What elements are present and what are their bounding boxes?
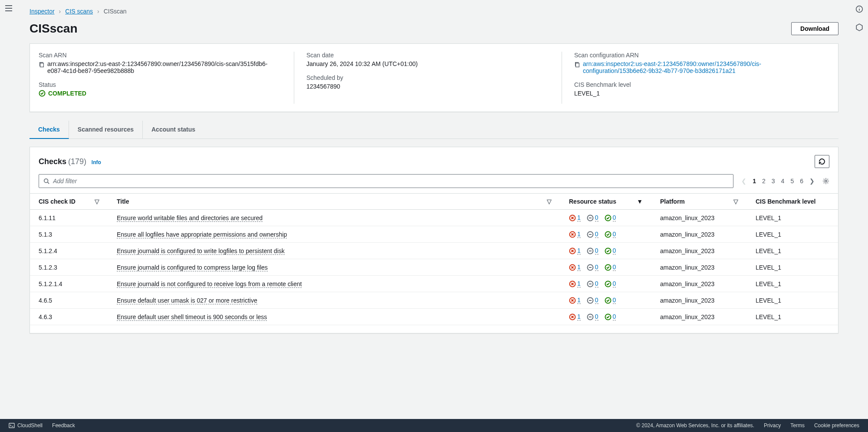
tab-scanned-resources[interactable]: Scanned resources [69,121,143,139]
cell-resource-status: 100 [560,243,651,259]
tab-checks[interactable]: Checks [30,121,69,139]
cell-id: 5.1.2.3 [30,259,108,276]
page-1[interactable]: 1 [753,178,756,185]
check-title-link[interactable]: Ensure journald is not configured to rec… [117,280,302,288]
cell-resource-status: 100 [560,276,651,292]
sort-active-icon[interactable]: ▼ [637,198,643,205]
na-count[interactable]: 0 [587,297,598,304]
download-button[interactable]: Download [791,22,838,35]
left-rail [0,0,17,432]
pass-count[interactable]: 0 [605,280,616,287]
cell-id: 5.1.2.1.4 [30,276,108,292]
cell-title: Ensure world writable files and director… [108,210,560,226]
breadcrumb-current: CISscan [104,8,127,15]
page-2[interactable]: 2 [762,178,766,185]
cloudshell-button[interactable]: CloudShell [9,422,43,429]
sort-icon[interactable]: ▽ [547,198,552,205]
sort-icon[interactable]: ▽ [95,198,99,205]
fail-count[interactable]: 1 [569,297,581,304]
fail-count[interactable]: 1 [569,247,581,254]
gear-icon [822,178,829,185]
scheduled-by-label: Scheduled by [306,74,549,81]
breadcrumb-inspector[interactable]: Inspector [30,8,55,15]
col-resource-status[interactable]: Resource status▼ [560,194,651,210]
filter-input[interactable] [53,178,729,185]
scheduled-by-value: 1234567890 [306,83,549,90]
fail-count[interactable]: 1 [569,231,581,238]
tab-account-status[interactable]: Account status [143,121,204,139]
main-content: Inspector › CIS scans › CISscan CISscan … [17,0,851,432]
check-title-link[interactable]: Ensure journald is configured to compres… [117,264,268,271]
pass-count[interactable]: 0 [605,231,616,238]
summary-card: Scan ARN arn:aws:inspector2:us-east-2:12… [30,43,838,112]
page-prev[interactable]: ❮ [741,178,746,185]
cell-title: Ensure journald is configured to write l… [108,243,560,259]
pass-count[interactable]: 0 [605,247,616,254]
cell-resource-status: 100 [560,226,651,243]
table-row: 4.6.5Ensure default user umask is 027 or… [30,292,838,309]
cell-resource-status: 100 [560,259,651,276]
pagination: ❮ 1 2 3 4 5 6 ❯ [741,178,815,185]
na-count[interactable]: 0 [587,214,598,221]
page-4[interactable]: 4 [781,178,785,185]
copy-icon[interactable] [574,62,580,68]
check-title-link[interactable]: Ensure world writable files and director… [117,214,263,222]
config-arn-link[interactable]: arn:aws:inspector2:us-east-2:1234567890:… [583,60,817,74]
na-count[interactable]: 0 [587,247,598,254]
chevron-right-icon: › [97,8,99,15]
na-count[interactable]: 0 [587,264,598,271]
page-5[interactable]: 5 [790,178,794,185]
privacy-link[interactable]: Privacy [764,422,781,429]
cell-resource-status: 100 [560,309,651,325]
cell-id: 5.1.2.4 [30,243,108,259]
check-title-link[interactable]: Ensure journald is configured to write l… [117,247,285,255]
check-title-link[interactable]: Ensure default user umask is 027 or more… [117,297,257,304]
sort-icon[interactable]: ▽ [733,198,738,205]
na-count[interactable]: 0 [587,280,598,287]
info-link[interactable]: Info [92,159,101,165]
status-label: Status [39,81,282,88]
col-id[interactable]: CIS check ID▽ [30,194,108,210]
cell-benchmark: LEVEL_1 [747,292,838,309]
filter-input-container[interactable] [39,174,733,188]
feedback-link[interactable]: Feedback [52,422,75,429]
cell-id: 6.1.11 [30,210,108,226]
pass-count[interactable]: 0 [605,313,616,320]
refresh-button[interactable] [815,155,829,168]
page-3[interactable]: 3 [772,178,775,185]
cell-id: 5.1.3 [30,226,108,243]
terms-link[interactable]: Terms [790,422,805,429]
cookies-link[interactable]: Cookie preferences [814,422,859,429]
fail-count[interactable]: 1 [569,280,581,287]
col-benchmark[interactable]: CIS Benchmark level [747,194,838,210]
fail-count[interactable]: 1 [569,313,581,320]
check-title-link[interactable]: Ensure default user shell timeout is 900… [117,313,267,321]
right-rail [851,0,868,432]
hamburger-icon[interactable] [5,5,12,11]
check-title-link[interactable]: Ensure all logfiles have appropriate per… [117,231,287,238]
breadcrumb-cis-scans[interactable]: CIS scans [65,8,93,15]
pass-count[interactable]: 0 [605,297,616,304]
hexagon-icon[interactable] [855,23,863,31]
info-icon[interactable] [855,5,863,13]
col-title[interactable]: Title▽ [108,194,560,210]
fail-count[interactable]: 1 [569,264,581,271]
status-value: COMPLETED [48,90,86,97]
page-6[interactable]: 6 [800,178,803,185]
col-platform[interactable]: Platform▽ [651,194,747,210]
table-settings-button[interactable] [822,178,829,185]
page-next[interactable]: ❯ [809,178,815,185]
na-count[interactable]: 0 [587,231,598,238]
table-row: 5.1.2.3Ensure journald is configured to … [30,259,838,276]
terminal-icon [9,422,15,429]
checks-count: (179) [68,157,86,166]
pass-count[interactable]: 0 [605,214,616,221]
copy-icon[interactable] [39,62,45,68]
refresh-icon [819,158,825,165]
chevron-right-icon: › [59,8,61,15]
svg-rect-27 [9,423,14,428]
na-count[interactable]: 0 [587,313,598,320]
fail-count[interactable]: 1 [569,214,581,221]
pass-count[interactable]: 0 [605,264,616,271]
cell-platform: amazon_linux_2023 [651,243,747,259]
